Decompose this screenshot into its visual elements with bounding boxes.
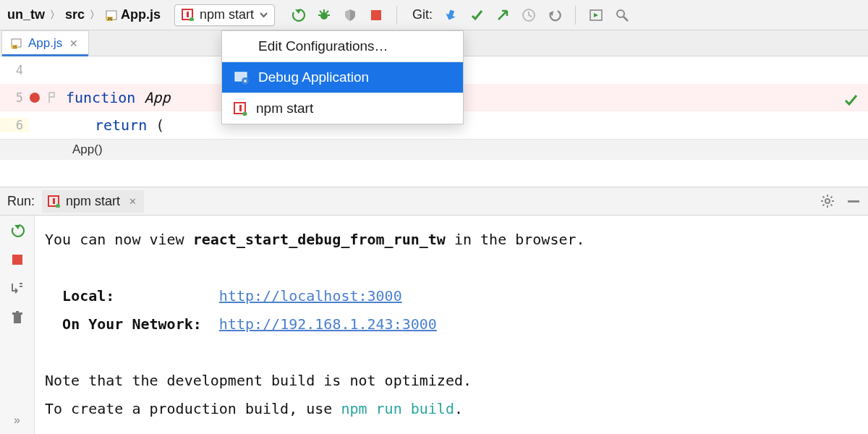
local-url-link[interactable]: http://localhost:3000 [219,287,402,305]
crumb-project-label: un_tw [7,7,45,22]
svg-rect-43 [16,311,19,312]
line-number: 5 [0,90,29,105]
svg-line-38 [831,197,833,198]
line-number: 6 [0,118,29,132]
debug-app-icon [234,70,250,85]
menu-item-label: Edit Configurations… [258,38,388,54]
crumb-project[interactable]: un_tw [4,6,48,24]
keyword: return [95,116,147,134]
run-icon[interactable] [290,7,306,23]
svg-point-30 [825,199,830,203]
console-text: in the browser. [446,231,585,248]
svg-line-11 [326,11,328,13]
line-number: 4 [0,63,29,77]
svg-line-36 [831,205,833,206]
svg-point-20 [30,93,40,103]
close-icon[interactable]: ✕ [69,38,78,49]
crumb-file[interactable]: JS App.js [102,6,163,24]
network-url-link[interactable]: http://192.168.1.243:3000 [219,315,437,333]
menu-npm-start[interactable]: npm start [222,93,463,124]
console-output[interactable]: You can now view react_start_debug_from_… [35,216,868,434]
tab-label: App.js [28,36,62,51]
debug-icon[interactable] [316,7,332,23]
breakpoint-icon[interactable] [29,92,41,103]
run-tool-body: » You can now view react_start_debug_fro… [0,216,868,434]
push-icon[interactable] [495,7,511,23]
npm-config-icon [234,102,247,116]
svg-point-29 [56,204,60,208]
coverage-icon[interactable] [342,7,358,23]
menu-debug-application[interactable]: Debug Application [222,62,463,93]
breadcrumb: un_tw 〉 src 〉 JS App.js [4,6,163,24]
keyword: function [66,89,135,106]
hide-icon[interactable] [846,194,861,208]
svg-rect-25 [239,105,242,111]
js-file-icon: JS [11,38,22,49]
svg-rect-39 [848,200,859,203]
run-config-select[interactable]: npm start [174,4,275,26]
svg-text:JS: JS [12,45,17,49]
run-anything-icon[interactable] [588,7,604,23]
svg-point-23 [244,80,247,82]
console-text: . [454,400,463,417]
rerun-icon[interactable] [9,223,25,239]
menu-item-label: Debug Application [258,69,369,85]
chevron-right-icon: 〉 [89,9,101,22]
svg-rect-4 [187,12,189,17]
commit-icon[interactable] [469,7,485,23]
svg-point-26 [243,111,247,116]
console-text: On Your Network: [62,315,202,333]
run-to-line-icon[interactable] [47,91,57,104]
code-text: ( [147,116,164,134]
update-project-icon[interactable] [443,7,459,23]
chevron-right-icon: 〉 [49,9,61,22]
svg-rect-42 [12,312,22,315]
crumb-file-label: App.js [121,7,161,22]
git-label: Git: [412,7,433,22]
stop-icon[interactable] [368,7,384,23]
crumb-src[interactable]: src [62,6,88,24]
console-text: You can now view [45,231,193,248]
js-file-icon: JS [105,9,118,22]
run-tool-tab-label: npm start [66,194,120,209]
stop-icon[interactable] [9,252,25,268]
run-tool-tab[interactable]: npm start ✕ [42,190,144,213]
separator [396,6,397,25]
console-text: Local: [62,287,114,305]
search-icon[interactable] [614,7,630,23]
trash-icon[interactable] [9,310,25,326]
svg-line-16 [624,17,628,21]
separator [575,6,576,25]
svg-rect-40 [12,255,22,265]
svg-line-37 [823,205,825,206]
history-icon[interactable] [521,7,537,23]
console-text: npm run build [341,400,454,417]
settings-icon[interactable] [820,194,835,208]
toolbar: Git: [290,6,630,25]
svg-rect-28 [53,198,55,204]
svg-point-15 [617,10,624,17]
rollback-icon[interactable] [547,7,563,23]
close-icon[interactable]: ✕ [129,196,137,207]
chevron-down-icon [260,11,268,19]
svg-line-35 [823,197,825,198]
console-text: react_start_debug_from_run_tw [193,231,446,248]
svg-line-10 [320,11,322,13]
function-name: App [144,89,170,106]
console-text: To create a production build, use [45,400,341,417]
run-config-menu: Edit Configurations… Debug Application n… [221,30,464,124]
console-text: Note that the development build is not o… [45,367,861,395]
run-tool-gutter: » [0,216,35,434]
more-icon[interactable]: » [9,412,25,428]
inspection-ok-icon[interactable] [843,93,858,107]
tab-app-js[interactable]: JS App.js ✕ [1,30,89,56]
svg-rect-41 [14,315,21,323]
layout-icon[interactable] [9,281,25,297]
run-tool-title: Run: [7,194,35,209]
crumb-src-label: src [65,7,85,22]
run-tool-header: Run: npm start ✕ [0,187,868,216]
menu-edit-configurations[interactable]: Edit Configurations… [222,31,463,61]
svg-text:JS: JS [107,17,112,21]
editor-breadcrumb[interactable]: App() [0,139,868,160]
npm-config-icon [48,195,60,208]
